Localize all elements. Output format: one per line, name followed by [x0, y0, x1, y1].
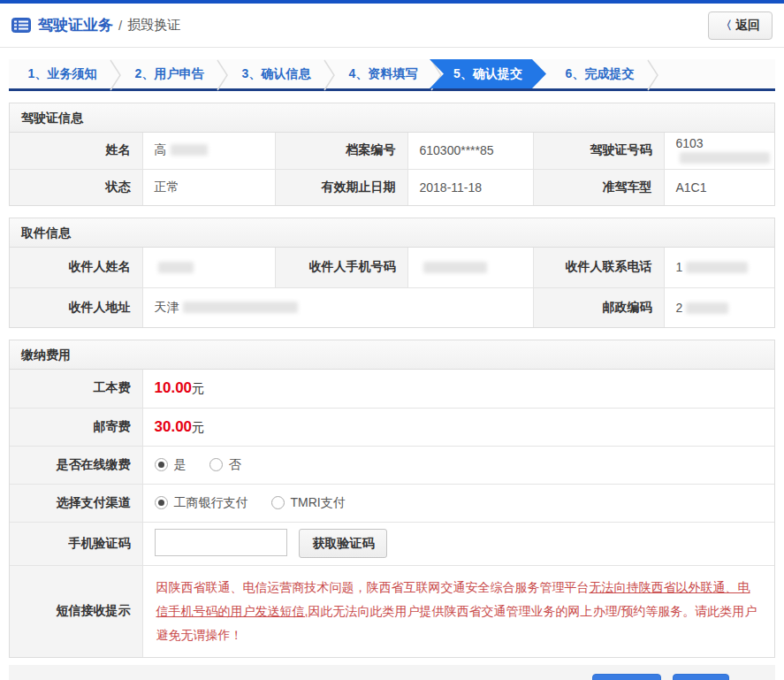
- recipient-mobile-label: 收件人手机号码: [275, 248, 407, 287]
- table-row: 是否在线缴费 是 否: [10, 446, 774, 484]
- step-2-user-declaration[interactable]: 2、用户申告: [116, 59, 223, 88]
- step-5-confirm-submit[interactable]: 5、确认提交: [430, 59, 546, 88]
- step-label: 5、确认提交: [453, 66, 522, 82]
- redacted-blur: [680, 152, 770, 164]
- postcode-value: 2: [664, 287, 774, 327]
- redacted-blur: [158, 262, 194, 273]
- radio-online-no-label: 否: [229, 457, 241, 473]
- breadcrumb-current: 损毁换证: [127, 17, 180, 34]
- radio-channel-tmri[interactable]: [271, 496, 285, 509]
- vehicle-class-value: A1C1: [664, 169, 774, 205]
- license-info-section: 驾驶证信息 姓名 高 档案编号 610300****85 驾驶证号码 6103 …: [9, 103, 775, 206]
- radio-channel-icbc[interactable]: [155, 496, 168, 509]
- redacted-blur: [686, 262, 748, 273]
- payment-section: 缴纳费用 工本费 10.00元 邮寄费 30.00元 是否在线缴费 是 否: [9, 340, 775, 658]
- name-value: 高: [142, 133, 275, 169]
- step-label: 1、业务须知: [28, 66, 97, 82]
- redacted-blur: [171, 144, 208, 156]
- step-label: 4、资料填写: [349, 66, 418, 82]
- status-label: 状态: [10, 169, 142, 205]
- work-fee-label: 工本费: [10, 370, 142, 408]
- payment-channel-label: 选择支付渠道: [10, 484, 142, 522]
- breadcrumb-divider: /: [118, 18, 122, 33]
- radio-channel-tmri-label: TMRI支付: [291, 495, 346, 511]
- file-number-value: 610300****85: [407, 133, 533, 169]
- finish-button[interactable]: 完成: [673, 674, 729, 680]
- online-payment-options: 是 否: [142, 446, 774, 484]
- recipient-phone-value: 1: [664, 248, 774, 287]
- postage-fee-amount: 30.00: [155, 418, 193, 435]
- step-4-fill-materials[interactable]: 4、资料填写: [330, 59, 437, 88]
- back-button[interactable]: 〈 返回: [708, 11, 773, 40]
- step-1-business-notes[interactable]: 1、业务须知: [9, 59, 116, 88]
- table-row: 选择支付渠道 工商银行支付 TMRI支付: [10, 484, 774, 522]
- table-row: 收件人地址 天津 邮政编码 2: [10, 287, 774, 327]
- recipient-phone-label: 收件人联系电话: [533, 248, 664, 287]
- sms-notice-text: 因陕西省联通、电信运营商技术问题，陕西省互联网交通安全综合服务管理平台无法向持陕…: [155, 566, 764, 657]
- table-row: 姓名 高 档案编号 610300****85 驾驶证号码 6103: [10, 133, 774, 169]
- fee-unit: 元: [192, 381, 204, 395]
- step-3-confirm-info[interactable]: 3、确认信息: [223, 59, 330, 88]
- postage-fee-label: 邮寄费: [10, 408, 142, 446]
- payment-section-title: 缴纳费用: [10, 340, 774, 370]
- license-number-label: 驾驶证号码: [533, 133, 664, 169]
- back-button-label: 返回: [735, 18, 760, 34]
- radio-channel-icbc-label: 工商银行支付: [174, 495, 248, 511]
- table-row: 收件人姓名 收件人手机号码 收件人联系电话 1: [10, 248, 774, 287]
- step-label: 3、确认信息: [242, 66, 311, 82]
- expiry-label: 有效期止日期: [275, 169, 407, 205]
- sms-notice-label: 短信接收提示: [10, 565, 142, 657]
- license-section-title: 驾驶证信息: [10, 103, 774, 133]
- recipient-address-label: 收件人地址: [10, 287, 142, 327]
- table-row: 邮寄费 30.00元: [10, 408, 774, 446]
- fee-unit: 元: [192, 420, 204, 434]
- recipient-mobile-value: [407, 248, 533, 287]
- work-fee-amount: 10.00: [155, 379, 193, 396]
- pickup-info-table: 收件人姓名 收件人手机号码 收件人联系电话 1 收件人地址 天津 邮政编码 2: [10, 248, 774, 327]
- previous-step-button[interactable]: 上一步: [592, 674, 661, 680]
- license-business-icon: [11, 18, 31, 33]
- radio-online-yes[interactable]: [155, 458, 168, 471]
- pickup-section-title: 取件信息: [10, 218, 774, 248]
- sms-code-input[interactable]: [155, 529, 287, 556]
- redacted-blur: [423, 262, 487, 273]
- expiry-value: 2018-11-18: [407, 169, 533, 205]
- radio-online-yes-label: 是: [174, 457, 186, 473]
- pickup-info-section: 取件信息 收件人姓名 收件人手机号码 收件人联系电话 1 收件人地址 天津 邮政…: [9, 218, 775, 328]
- page-header: 驾驶证业务 / 损毁换证 〈 返回: [0, 4, 784, 48]
- payment-table: 工本费 10.00元 邮寄费 30.00元 是否在线缴费 是 否 选择支付渠道: [10, 370, 774, 657]
- postcode-label: 邮政编码: [533, 287, 664, 327]
- step-label: 2、用户申告: [135, 66, 204, 82]
- sms-code-cell: 获取验证码: [142, 522, 774, 565]
- recipient-name-label: 收件人姓名: [10, 248, 142, 287]
- table-row: 状态 正常 有效期止日期 2018-11-18 准驾车型 A1C1: [10, 169, 774, 205]
- name-label: 姓名: [10, 133, 142, 169]
- footer-action-bar: 上一步 完成: [9, 665, 775, 680]
- postage-fee-value: 30.00元: [142, 408, 774, 446]
- vehicle-class-label: 准驾车型: [533, 169, 664, 205]
- work-fee-value: 10.00元: [142, 370, 774, 408]
- step-separator-icon: [647, 59, 659, 91]
- redacted-blur: [686, 302, 728, 314]
- table-row: 工本费 10.00元: [10, 370, 774, 408]
- step-label: 6、完成提交: [566, 66, 635, 82]
- radio-online-no[interactable]: [209, 458, 223, 471]
- license-number-value: 6103: [664, 133, 774, 169]
- sms-code-label: 手机验证码: [10, 522, 142, 565]
- sms-notice-text-cell: 因陕西省联通、电信运营商技术问题，陕西省互联网交通安全综合服务管理平台无法向持陕…: [142, 565, 774, 657]
- payment-channel-options: 工商银行支付 TMRI支付: [142, 484, 774, 522]
- recipient-address-value: 天津: [142, 287, 533, 327]
- step-progress-bar: 1、业务须知 2、用户申告 3、确认信息 4、资料填写 5、确认提交 6、完成提…: [9, 59, 775, 91]
- table-row: 手机验证码 获取验证码: [10, 522, 774, 565]
- table-row: 短信接收提示 因陕西省联通、电信运营商技术问题，陕西省互联网交通安全综合服务管理…: [10, 565, 774, 657]
- recipient-name-value: [142, 248, 275, 287]
- chevron-left-icon: 〈: [720, 18, 732, 34]
- file-number-label: 档案编号: [275, 133, 407, 169]
- page-title: 驾驶证业务: [38, 15, 113, 35]
- redacted-blur: [183, 302, 298, 313]
- get-sms-code-button[interactable]: 获取验证码: [299, 529, 387, 558]
- license-info-table: 姓名 高 档案编号 610300****85 驾驶证号码 6103 状态 正常 …: [10, 133, 774, 205]
- online-payment-label: 是否在线缴费: [10, 446, 142, 484]
- step-6-complete-submit[interactable]: 6、完成提交: [546, 59, 653, 88]
- status-value: 正常: [142, 169, 275, 205]
